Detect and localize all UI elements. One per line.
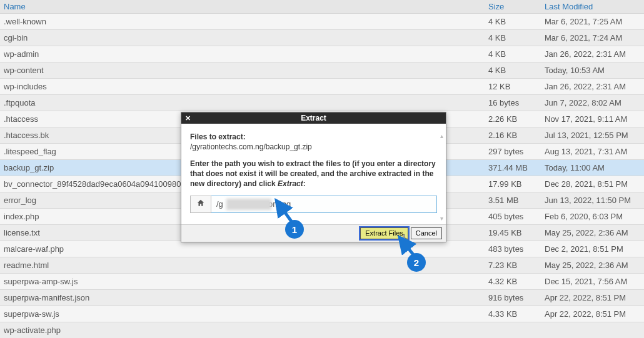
cell-modified: Feb 6, 2020, 6:03 PM: [541, 212, 644, 221]
table-row[interactable]: malcare-waf.php483 bytesDec 2, 2021, 8:5…: [0, 241, 644, 257]
cell-modified: Jun 13, 2022, 11:50 PM: [541, 196, 644, 205]
cell-modified: Apr 22, 2022, 8:51 PM: [541, 309, 644, 319]
extract-dialog: ✕ Extract ▴ Files to extract: /gyrationt…: [181, 112, 446, 242]
close-icon[interactable]: ✕: [185, 112, 191, 124]
dialog-instruction: Enter the path you wish to extract the f…: [190, 159, 437, 189]
cell-size: 4.32 KB: [485, 277, 541, 286]
table-row[interactable]: .well-known4 KBMar 6, 2021, 7:25 AM: [0, 14, 644, 30]
table-row[interactable]: superpwa-manifest.json916 bytesApr 22, 2…: [0, 290, 644, 306]
cell-modified: Dec 2, 2021, 8:51 PM: [541, 244, 644, 254]
extract-files-button[interactable]: Extract Files: [360, 227, 408, 239]
files-to-extract-label: Files to extract:: [190, 132, 437, 141]
cell-size: 19.45 KB: [485, 228, 541, 237]
table-row[interactable]: .ftpquota16 bytesJun 7, 2022, 8:02 AM: [0, 95, 644, 111]
cell-name: cgi-bin: [0, 33, 485, 42]
cell-name: wp-content: [0, 66, 485, 75]
cell-modified: Jan 26, 2022, 2:31 AM: [541, 82, 644, 91]
cell-name: superpwa-manifest.json: [0, 293, 485, 302]
cell-name: superpwa-amp-sw.js: [0, 277, 485, 286]
cell-size: 16 bytes: [485, 98, 541, 107]
cell-size: 12 KB: [485, 82, 541, 91]
dialog-body: ▴ Files to extract: /gyrationtechs.com.n…: [181, 124, 446, 225]
table-row[interactable]: wp-content4 KBToday, 10:53 AM: [0, 62, 644, 79]
cell-modified: Apr 22, 2022, 8:51 PM: [541, 293, 644, 302]
cell-size: 916 bytes: [485, 293, 541, 302]
dialog-title: Extract: [301, 114, 326, 122]
table-header: Name Size Last Modified: [0, 0, 644, 14]
table-row[interactable]: superpwa-sw.js4.33 KBApr 22, 2022, 8:51 …: [0, 306, 644, 322]
cell-modified: Jan 26, 2022, 2:31 AM: [541, 49, 644, 59]
table-row[interactable]: superpwa-amp-sw.js4.32 KBDec 15, 2021, 7…: [0, 274, 644, 290]
table-row[interactable]: wp-admin4 KBJan 26, 2022, 2:31 AM: [0, 46, 644, 62]
table-row[interactable]: wp-activate.php: [0, 322, 644, 338]
cell-size: 2.16 KB: [485, 131, 541, 140]
cell-name: .well-known: [0, 17, 485, 26]
table-row[interactable]: wp-includes12 KBJan 26, 2022, 2:31 AM: [0, 79, 644, 95]
cell-size: 483 bytes: [485, 244, 541, 254]
cell-modified: Mar 6, 2021, 7:25 AM: [541, 17, 644, 26]
header-name[interactable]: Name: [0, 2, 485, 11]
scroll-down-icon: ▾: [440, 215, 443, 222]
extract-path-input[interactable]: [211, 196, 437, 213]
cell-modified: Mar 6, 2021, 7:24 AM: [541, 33, 644, 42]
cell-modified: Jul 13, 2021, 12:55 PM: [541, 131, 644, 140]
dialog-title-bar[interactable]: ✕ Extract: [181, 112, 446, 124]
cell-modified: Dec 15, 2021, 7:56 AM: [541, 277, 644, 286]
cell-modified: Dec 28, 2021, 8:51 PM: [541, 179, 644, 189]
cell-name: wp-admin: [0, 49, 485, 59]
files-to-extract-path: /gyrationtechs.com.ng/backup_gt.zip: [190, 142, 437, 151]
cell-modified: Nov 17, 2021, 9:11 AM: [541, 114, 644, 124]
cell-size: 371.44 MB: [485, 163, 541, 172]
home-button[interactable]: [190, 196, 211, 213]
header-modified[interactable]: Last Modified: [541, 2, 644, 11]
cell-name: malcare-waf.php: [0, 244, 485, 254]
cell-name: readme.html: [0, 261, 485, 270]
cell-name: wp-includes: [0, 82, 485, 91]
cell-size: 405 bytes: [485, 212, 541, 221]
cell-name: wp-activate.php: [0, 326, 485, 335]
cell-modified: Today, 10:53 AM: [541, 66, 644, 75]
cell-size: 4.33 KB: [485, 309, 541, 319]
scroll-up-icon: ▴: [440, 132, 443, 139]
cell-size: 17.99 KB: [485, 179, 541, 189]
dialog-footer: Extract Files Cancel: [181, 225, 446, 242]
cell-size: 4 KB: [485, 17, 541, 26]
cell-size: 4 KB: [485, 66, 541, 75]
cell-size: 4 KB: [485, 49, 541, 59]
path-input-row: [190, 196, 437, 213]
cell-size: 2.26 KB: [485, 114, 541, 124]
home-icon: [196, 199, 205, 209]
cell-size: 297 bytes: [485, 147, 541, 156]
cell-size: 7.23 KB: [485, 261, 541, 270]
table-row[interactable]: readme.html7.23 KBMay 25, 2022, 2:36 AM: [0, 257, 644, 274]
header-size[interactable]: Size: [485, 2, 541, 11]
cell-modified: Jun 7, 2022, 8:02 AM: [541, 98, 644, 107]
cancel-button[interactable]: Cancel: [411, 227, 442, 239]
cell-modified: May 25, 2022, 2:36 AM: [541, 261, 644, 270]
cell-modified: Aug 13, 2021, 7:31 AM: [541, 147, 644, 156]
cell-modified: May 25, 2022, 2:36 AM: [541, 228, 644, 237]
table-row[interactable]: cgi-bin4 KBMar 6, 2021, 7:24 AM: [0, 30, 644, 46]
cell-modified: Today, 11:00 AM: [541, 163, 644, 172]
cell-size: 4 KB: [485, 33, 541, 42]
cell-size: 3.51 MB: [485, 196, 541, 205]
cell-name: .ftpquota: [0, 98, 485, 107]
cell-name: superpwa-sw.js: [0, 309, 485, 319]
